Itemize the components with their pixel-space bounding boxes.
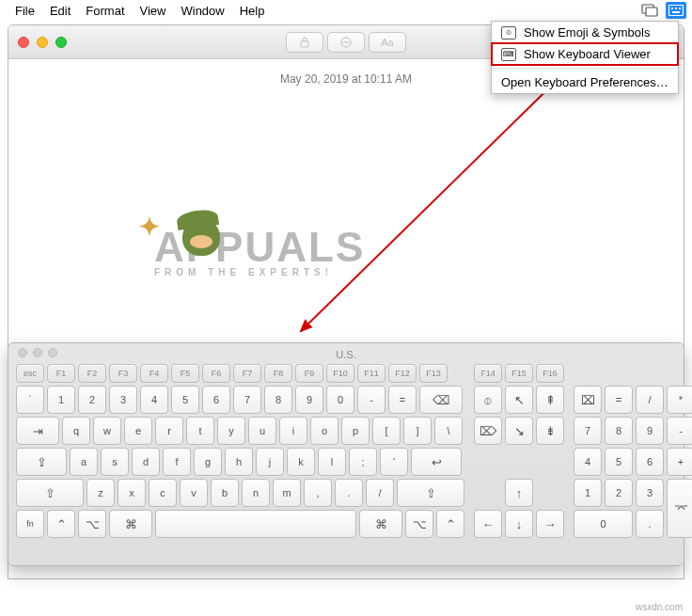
key-control-right[interactable]: ⌃: [436, 510, 464, 538]
key-x[interactable]: x: [118, 479, 146, 507]
list-button[interactable]: [327, 32, 365, 53]
menu-view[interactable]: View: [133, 2, 174, 20]
key-c[interactable]: c: [149, 479, 177, 507]
key-np-equals[interactable]: =: [605, 386, 633, 414]
key-np-9[interactable]: 9: [636, 417, 664, 445]
key-6[interactable]: 6: [202, 386, 230, 414]
key-np-minus[interactable]: -: [667, 417, 692, 445]
key-y[interactable]: y: [217, 417, 245, 445]
key-np-enter[interactable]: ⌤: [667, 479, 692, 538]
key-f4[interactable]: F4: [140, 364, 168, 383]
key-period[interactable]: .: [335, 479, 363, 507]
key-pagedown[interactable]: ⇟: [536, 417, 564, 445]
key-7[interactable]: 7: [233, 386, 261, 414]
key-option-right[interactable]: ⌥: [405, 510, 433, 538]
key-forward-delete[interactable]: ⌦: [474, 417, 502, 445]
key-p[interactable]: p: [341, 417, 370, 445]
key-rbracket[interactable]: ]: [403, 417, 432, 445]
key-pageup[interactable]: ⇞: [536, 386, 564, 414]
key-minus[interactable]: -: [357, 386, 385, 414]
key-4[interactable]: 4: [140, 386, 168, 414]
key-control-left[interactable]: ⌃: [47, 510, 75, 538]
key-f10[interactable]: F10: [326, 364, 354, 383]
key-shift-left[interactable]: ⇧: [16, 479, 84, 507]
menu-window[interactable]: Window: [173, 2, 231, 20]
key-np-clear[interactable]: ⌧: [574, 386, 602, 414]
key-t[interactable]: t: [186, 417, 214, 445]
keyboard-viewer-titlebar[interactable]: U.S.: [16, 347, 676, 362]
key-space[interactable]: [155, 510, 356, 538]
key-1[interactable]: 1: [47, 386, 75, 414]
key-np-8[interactable]: 8: [605, 417, 633, 445]
menu-help[interactable]: Help: [232, 2, 273, 20]
key-right[interactable]: →: [536, 510, 564, 538]
key-9[interactable]: 9: [295, 386, 323, 414]
key-down[interactable]: ↓: [505, 510, 533, 538]
key-m[interactable]: m: [273, 479, 301, 507]
kv-minimize-button[interactable]: [33, 348, 42, 357]
key-lbracket[interactable]: [: [372, 417, 401, 445]
key-np-divide[interactable]: /: [636, 386, 664, 414]
key-slash[interactable]: /: [366, 479, 394, 507]
key-f1[interactable]: F1: [47, 364, 75, 383]
key-quote[interactable]: ': [380, 448, 408, 476]
key-shift-right[interactable]: ⇧: [397, 479, 464, 507]
key-w[interactable]: w: [93, 417, 121, 445]
key-fn[interactable]: fn: [16, 510, 44, 538]
key-e[interactable]: e: [124, 417, 152, 445]
key-f2[interactable]: F2: [78, 364, 106, 383]
menu-edit[interactable]: Edit: [42, 2, 78, 20]
key-np-multiply[interactable]: *: [667, 386, 692, 414]
key-left[interactable]: ←: [474, 510, 502, 538]
key-np-0[interactable]: 0: [574, 510, 633, 538]
key-np-7[interactable]: 7: [574, 417, 602, 445]
kv-zoom-button[interactable]: [48, 348, 57, 357]
key-z[interactable]: z: [86, 479, 115, 507]
key-semicolon[interactable]: ;: [349, 448, 377, 476]
zoom-button[interactable]: [55, 37, 67, 48]
close-button[interactable]: [18, 37, 29, 48]
key-a[interactable]: a: [70, 448, 98, 476]
menu-open-keyboard-prefs[interactable]: Open Keyboard Preferences…: [492, 71, 678, 93]
menu-show-emoji[interactable]: ☺ Show Emoji & Symbols: [492, 22, 678, 43]
key-np-4[interactable]: 4: [574, 448, 602, 476]
key-5[interactable]: 5: [171, 386, 199, 414]
key-f3[interactable]: F3: [109, 364, 137, 383]
key-np-3[interactable]: 3: [636, 479, 664, 507]
key-s[interactable]: s: [101, 448, 129, 476]
key-f8[interactable]: F8: [264, 364, 292, 383]
key-grave[interactable]: `: [16, 386, 44, 414]
input-source-icon[interactable]: [666, 2, 686, 19]
key-end[interactable]: ↘: [505, 417, 533, 445]
key-up[interactable]: ↑: [505, 479, 533, 507]
key-command-left[interactable]: ⌘: [109, 510, 152, 538]
key-return[interactable]: ↩: [411, 448, 462, 476]
key-n[interactable]: n: [242, 479, 270, 507]
screen-mirror-icon[interactable]: [639, 2, 660, 19]
key-np-2[interactable]: 2: [605, 479, 633, 507]
key-i[interactable]: i: [279, 417, 307, 445]
key-capslock[interactable]: ⇪: [16, 448, 67, 476]
key-backspace[interactable]: ⌫: [419, 386, 463, 414]
key-j[interactable]: j: [256, 448, 284, 476]
key-equals[interactable]: =: [388, 386, 417, 414]
key-np-1[interactable]: 1: [574, 479, 602, 507]
key-d[interactable]: d: [132, 448, 160, 476]
key-2[interactable]: 2: [78, 386, 106, 414]
lock-button[interactable]: [286, 32, 323, 53]
key-f[interactable]: f: [163, 448, 191, 476]
key-0[interactable]: 0: [326, 386, 354, 414]
key-f15[interactable]: F15: [505, 364, 533, 383]
key-home[interactable]: ↖: [505, 386, 533, 414]
key-np-dot[interactable]: .: [636, 510, 664, 538]
key-h[interactable]: h: [225, 448, 253, 476]
key-np-6[interactable]: 6: [636, 448, 664, 476]
key-f16[interactable]: F16: [536, 364, 564, 383]
key-np-5[interactable]: 5: [605, 448, 633, 476]
key-f11[interactable]: F11: [357, 364, 385, 383]
key-option-left[interactable]: ⌥: [78, 510, 106, 538]
menu-format[interactable]: Format: [78, 2, 132, 20]
key-f6[interactable]: F6: [202, 364, 230, 383]
key-r[interactable]: r: [155, 417, 183, 445]
key-f12[interactable]: F12: [388, 364, 417, 383]
